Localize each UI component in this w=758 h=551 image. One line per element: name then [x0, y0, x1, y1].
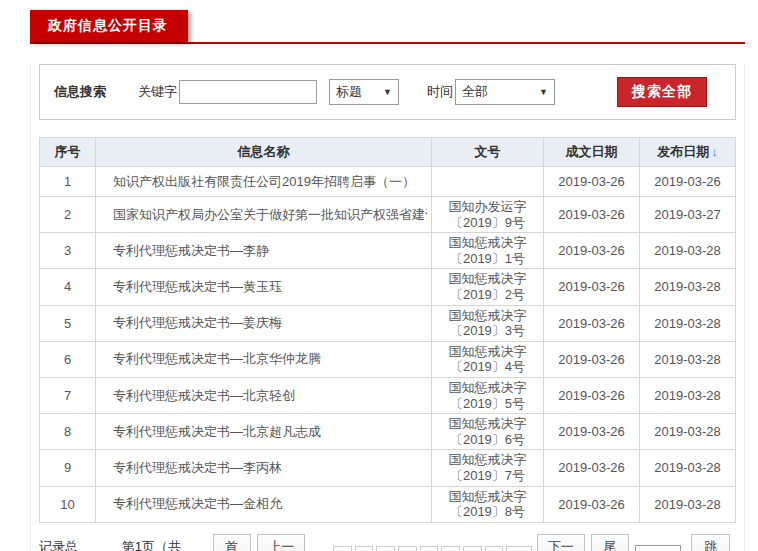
write-date: 2019-03-26: [544, 450, 640, 486]
header-文号: 文号: [432, 138, 544, 167]
search-section-label: 信息搜索: [54, 83, 106, 101]
chevron-down-icon: ▼: [539, 87, 548, 97]
write-date: 2019-03-26: [544, 233, 640, 269]
doc-number: 国知惩戒决字〔2019〕3号: [432, 305, 544, 341]
keyword-input[interactable]: [179, 80, 317, 104]
table-body: 1 知识产权出版社有限责任公司2019年招聘启事（一） 2019-03-26 2…: [40, 167, 736, 523]
table-header-row: 序号 信息名称 文号 成文日期 发布日期↓: [40, 138, 736, 167]
page-number-10[interactable]: 10: [506, 546, 531, 551]
info-title-link[interactable]: 专利代理惩戒决定书—李静: [100, 242, 427, 260]
publish-date: 2019-03-28: [640, 377, 736, 413]
publish-date: 2019-03-28: [640, 450, 736, 486]
write-date: 2019-03-26: [544, 377, 640, 413]
last-page-button[interactable]: 尾页: [591, 534, 630, 551]
info-table: 序号 信息名称 文号 成文日期 发布日期↓ 1 知识产权出版社有限责任公司201…: [39, 137, 736, 523]
header-信息名称: 信息名称: [96, 138, 432, 167]
page-numbers: 12345678910: [311, 546, 535, 551]
table-row: 10 专利代理惩戒决定书—金相允 国知惩戒决字〔2019〕8号 2019-03-…: [40, 486, 736, 522]
first-page-button[interactable]: 首页: [213, 534, 252, 551]
info-title-link[interactable]: 专利代理惩戒决定书—北京华仲龙腾: [100, 350, 427, 368]
row-number: 10: [40, 486, 96, 522]
page-number-6[interactable]: 6: [420, 546, 439, 551]
table-row: 2 国家知识产权局办公室关于做好第一批知识产权强省建设... 国知办发运字〔20…: [40, 197, 736, 233]
table-row: 4 专利代理惩戒决定书—黄玉珏 国知惩戒决字〔2019〕2号 2019-03-2…: [40, 269, 736, 305]
write-date: 2019-03-26: [544, 486, 640, 522]
publish-date: 2019-03-26: [640, 167, 736, 197]
table-row: 6 专利代理惩戒决定书—北京华仲龙腾 国知惩戒决字〔2019〕4号 2019-0…: [40, 341, 736, 377]
next-page-button[interactable]: 下一页: [537, 534, 585, 551]
publish-date: 2019-03-28: [640, 341, 736, 377]
search-all-button[interactable]: 搜索全部: [617, 77, 707, 107]
row-number: 5: [40, 305, 96, 341]
page-info: 第1页（共379页）: [122, 538, 199, 551]
info-title-link[interactable]: 专利代理惩戒决定书—黄玉珏: [100, 278, 427, 296]
tab-bar: 政府信息公开目录: [30, 14, 745, 44]
doc-number: 国知惩戒决字〔2019〕2号: [432, 269, 544, 305]
publish-date: 2019-03-28: [640, 414, 736, 450]
row-number: 9: [40, 450, 96, 486]
page-number-2[interactable]: 2: [333, 546, 352, 551]
row-number: 2: [40, 197, 96, 233]
page-number-7[interactable]: 7: [441, 546, 460, 551]
info-title-link[interactable]: 专利代理惩戒决定书—北京超凡志成: [100, 423, 427, 441]
row-number: 8: [40, 414, 96, 450]
time-label: 时间: [427, 83, 453, 101]
tab-gov-info-directory[interactable]: 政府信息公开目录: [30, 10, 188, 42]
page: 政府信息公开目录 信息搜索 关键字 标题 ▼ 时间 全部 ▼ 搜索全部 序号 信…: [0, 14, 758, 551]
write-date: 2019-03-26: [544, 305, 640, 341]
jump-page-input[interactable]: [635, 545, 681, 551]
prev-page-button[interactable]: 上一页: [257, 534, 305, 551]
doc-number: 国知惩戒决字〔2019〕8号: [432, 486, 544, 522]
row-number: 3: [40, 233, 96, 269]
header-成文日期: 成文日期: [544, 138, 640, 167]
doc-number: 国知惩戒决字〔2019〕7号: [432, 450, 544, 486]
table-row: 8 专利代理惩戒决定书—北京超凡志成 国知惩戒决字〔2019〕6号 2019-0…: [40, 414, 736, 450]
info-title-link[interactable]: 专利代理惩戒决定书—金相允: [100, 495, 427, 513]
info-title-link[interactable]: 专利代理惩戒决定书—姜庆梅: [100, 314, 427, 332]
sort-desc-icon: ↓: [711, 144, 718, 159]
field-select[interactable]: 标题 ▼: [329, 79, 399, 105]
table-row: 7 专利代理惩戒决定书—北京轻创 国知惩戒决字〔2019〕5号 2019-03-…: [40, 377, 736, 413]
page-number-3[interactable]: 3: [355, 546, 374, 551]
table-row: 1 知识产权出版社有限责任公司2019年招聘启事（一） 2019-03-26 2…: [40, 167, 736, 197]
write-date: 2019-03-26: [544, 414, 640, 450]
info-title-link[interactable]: 知识产权出版社有限责任公司2019年招聘启事（一）: [100, 173, 427, 191]
page-number-8[interactable]: 8: [463, 546, 482, 551]
time-select-value: 全部: [462, 83, 488, 101]
row-number: 7: [40, 377, 96, 413]
header-发布日期[interactable]: 发布日期↓: [640, 138, 736, 167]
field-select-value: 标题: [336, 83, 362, 101]
page-number-1: 1: [311, 547, 330, 551]
row-number: 6: [40, 341, 96, 377]
header-序号: 序号: [40, 138, 96, 167]
doc-number: 国知惩戒决字〔2019〕1号: [432, 233, 544, 269]
publish-date: 2019-03-28: [640, 269, 736, 305]
write-date: 2019-03-26: [544, 269, 640, 305]
write-date: 2019-03-26: [544, 197, 640, 233]
publish-date: 2019-03-27: [640, 197, 736, 233]
record-total-label: 记录总数:: [39, 538, 79, 551]
doc-number: 国知办发运字〔2019〕9号: [432, 197, 544, 233]
time-select[interactable]: 全部 ▼: [455, 79, 555, 105]
page-number-5[interactable]: 5: [398, 546, 417, 551]
doc-number: 国知惩戒决字〔2019〕5号: [432, 377, 544, 413]
page-number-4[interactable]: 4: [376, 546, 395, 551]
chevron-down-icon: ▼: [383, 87, 392, 97]
doc-number: 国知惩戒决字〔2019〕6号: [432, 414, 544, 450]
info-title-link[interactable]: 国家知识产权局办公室关于做好第一批知识产权强省建设...: [100, 206, 427, 224]
header-publish-date-label: 发布日期: [657, 144, 709, 159]
row-number: 1: [40, 167, 96, 197]
page-number-9[interactable]: 9: [485, 546, 504, 551]
table-row: 3 专利代理惩戒决定书—李静 国知惩戒决字〔2019〕1号 2019-03-26…: [40, 233, 736, 269]
doc-number: [432, 167, 544, 197]
table-row: 5 专利代理惩戒决定书—姜庆梅 国知惩戒决字〔2019〕3号 2019-03-2…: [40, 305, 736, 341]
write-date: 2019-03-26: [544, 167, 640, 197]
row-number: 4: [40, 269, 96, 305]
search-panel: 信息搜索 关键字 标题 ▼ 时间 全部 ▼ 搜索全部: [39, 64, 736, 120]
content-panel: 信息搜索 关键字 标题 ▼ 时间 全部 ▼ 搜索全部 序号 信息名称 文号 成文…: [30, 64, 745, 551]
info-title-link[interactable]: 专利代理惩戒决定书—北京轻创: [100, 387, 427, 405]
jump-button[interactable]: 跳转: [691, 534, 730, 551]
table-row: 9 专利代理惩戒决定书—李丙林 国知惩戒决字〔2019〕7号 2019-03-2…: [40, 450, 736, 486]
write-date: 2019-03-26: [544, 341, 640, 377]
info-title-link[interactable]: 专利代理惩戒决定书—李丙林: [100, 459, 427, 477]
